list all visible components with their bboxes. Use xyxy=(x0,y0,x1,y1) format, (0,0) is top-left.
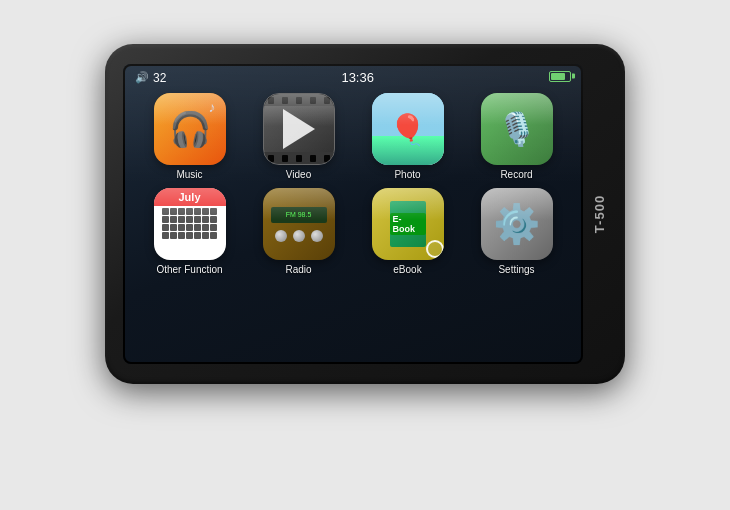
battery-indicator xyxy=(549,71,571,85)
app-music[interactable]: 🎧 ♪ Music xyxy=(139,93,240,180)
app-photo[interactable]: 🎈 Photo xyxy=(357,93,458,180)
calendar-grid xyxy=(158,206,221,241)
device: 🔊 32 13:36 🎧 ♪ Music xyxy=(105,44,625,384)
status-left: 🔊 32 xyxy=(135,71,166,85)
app-video[interactable]: Video xyxy=(248,93,349,180)
settings-label: Settings xyxy=(498,264,534,275)
calendar-month: July xyxy=(154,188,226,206)
volume-level: 32 xyxy=(153,71,166,85)
app-radio[interactable]: FM 98.5 Radio xyxy=(248,188,349,275)
ebook-text: E-Book xyxy=(390,213,426,235)
radio-label: Radio xyxy=(285,264,311,275)
app-settings[interactable]: ⚙️ Settings xyxy=(466,188,567,275)
device-model: T-500 xyxy=(592,195,607,233)
photo-label: Photo xyxy=(394,169,420,180)
gear-icon: ⚙️ xyxy=(493,202,540,246)
video-label: Video xyxy=(286,169,311,180)
app-grid: 🎧 ♪ Music xyxy=(123,89,583,283)
play-icon xyxy=(283,109,315,149)
balloon-icon: 🎈 xyxy=(389,112,426,147)
reflection-device xyxy=(105,386,625,466)
photo-scene: 🎈 xyxy=(372,93,444,165)
clock: 13:36 xyxy=(341,70,374,85)
record-label: Record xyxy=(500,169,532,180)
other-label: Other Function xyxy=(156,264,222,275)
app-record[interactable]: 🎙️ Record xyxy=(466,93,567,180)
radio-display: FM 98.5 xyxy=(271,207,327,223)
music-notes-icon: ♪ xyxy=(209,99,216,115)
app-ebook[interactable]: E-Book eBook xyxy=(357,188,458,275)
volume-icon: 🔊 xyxy=(135,71,149,84)
ebook-cover: E-Book xyxy=(390,201,426,247)
reflection xyxy=(105,386,625,466)
scene: 🔊 32 13:36 🎧 ♪ Music xyxy=(105,44,625,466)
app-other[interactable]: July Other Function xyxy=(139,188,240,275)
music-label: Music xyxy=(176,169,202,180)
screen: 🔊 32 13:36 🎧 ♪ Music xyxy=(123,64,583,364)
mic-icon: 🎙️ xyxy=(497,110,537,148)
music-icon: 🎧 xyxy=(169,109,211,149)
status-bar: 🔊 32 13:36 xyxy=(123,64,583,89)
radio-knobs xyxy=(275,230,323,242)
film-strip-top xyxy=(264,94,334,106)
ebook-label: eBook xyxy=(393,264,421,275)
